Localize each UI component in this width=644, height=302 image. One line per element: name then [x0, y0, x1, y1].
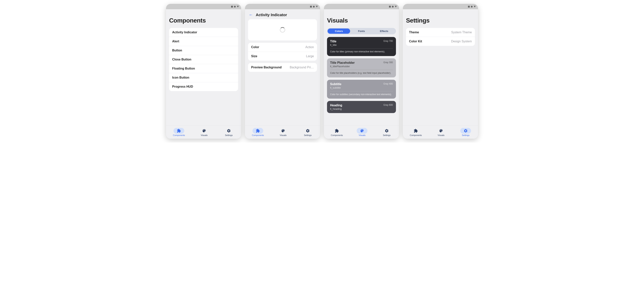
- color-name: Title: [330, 40, 337, 43]
- palette-icon: [439, 129, 443, 133]
- gear-icon: [306, 129, 310, 133]
- segment-control: Colors Fonts Effects: [327, 28, 396, 34]
- notch-icon: [234, 6, 236, 8]
- back-button[interactable]: ←: [249, 12, 253, 17]
- bottom-nav: Components Visuals Settings: [324, 125, 399, 139]
- gear-icon: [384, 129, 389, 133]
- color-tag: Gray 300: [384, 61, 393, 64]
- tab-label: Components: [410, 134, 422, 136]
- color-desc: Color for titles (primary non-interactiv…: [330, 50, 393, 53]
- list-item[interactable]: Icon Button: [169, 73, 238, 82]
- list-item[interactable]: Progress HUD: [169, 82, 238, 91]
- prop-size[interactable]: Size Large: [248, 52, 317, 61]
- color-desc: Color for title placeholders (e.g. text …: [330, 72, 393, 75]
- status-bar: [245, 4, 320, 9]
- color-tag: Gray 600: [384, 104, 393, 106]
- prop-preview-bg[interactable]: Preview Background Background Pri…: [248, 63, 317, 72]
- bottom-nav: Components Visuals Settings: [403, 125, 478, 139]
- settings-list: Theme System Theme Color Kit Design Syst…: [406, 28, 475, 46]
- tab-visuals[interactable]: Visuals: [436, 128, 446, 136]
- color-name: Subtitle: [330, 82, 342, 86]
- puzzle-icon: [177, 129, 181, 133]
- puzzle-icon: [256, 129, 260, 133]
- tab-components[interactable]: Components: [173, 128, 185, 136]
- tab-label: Components: [331, 134, 343, 136]
- list-item[interactable]: Close Button: [169, 55, 238, 64]
- tab-label: Settings: [462, 134, 470, 136]
- color-card-title-placeholder[interactable]: Title Placeholder lt_titlePlaceholder Gr…: [327, 58, 396, 78]
- tab-settings[interactable]: Settings: [302, 128, 313, 136]
- setting-color-kit[interactable]: Color Kit Design System: [406, 37, 475, 46]
- color-card-title[interactable]: Title lt_title Gray 700 Color for titles…: [327, 37, 396, 56]
- tab-components[interactable]: Components: [331, 128, 343, 136]
- prop-value: Large: [306, 54, 314, 58]
- status-bar: [403, 4, 478, 9]
- preview-bg-list: Preview Background Background Pri…: [248, 63, 317, 72]
- tab-label: Components: [173, 134, 185, 136]
- color-token: lt_subtitle: [330, 86, 342, 89]
- setting-label: Color Kit: [409, 40, 422, 43]
- signal-icon: [389, 6, 391, 8]
- color-name: Heading: [330, 104, 342, 107]
- signal-icon: [310, 6, 312, 8]
- dropdown-icon: [316, 6, 318, 8]
- list-item[interactable]: Button: [169, 46, 238, 55]
- screen-visuals: Visuals Colors Fonts Effects Title lt_ti…: [324, 4, 399, 139]
- palette-icon: [360, 129, 364, 133]
- tab-label: Settings: [383, 134, 390, 136]
- color-name: Title Placeholder: [330, 61, 355, 64]
- segment-fonts[interactable]: Fonts: [350, 28, 373, 34]
- tab-visuals[interactable]: Visuals: [278, 128, 288, 136]
- prop-label: Preview Background: [251, 66, 282, 69]
- color-card-subtitle[interactable]: Subtitle lt_subtitle Gray 400 Color for …: [327, 80, 396, 99]
- tab-label: Visuals: [438, 134, 444, 136]
- puzzle-icon: [414, 129, 418, 133]
- color-card-heading[interactable]: Heading lt_heading Gray 600: [327, 101, 396, 113]
- puzzle-icon: [335, 129, 339, 133]
- color-tag: Gray 700: [384, 40, 393, 42]
- tab-settings[interactable]: Settings: [460, 128, 471, 136]
- bottom-nav: Components Visuals Settings: [245, 125, 320, 139]
- setting-label: Theme: [409, 30, 419, 34]
- tab-label: Visuals: [359, 134, 366, 136]
- list-item[interactable]: Alert: [169, 37, 238, 46]
- screen-components: Components Activity Indicator Alert Butt…: [166, 4, 241, 139]
- setting-theme[interactable]: Theme System Theme: [406, 28, 475, 37]
- list-item[interactable]: Floating Button: [169, 64, 238, 73]
- page-title: Components: [169, 17, 238, 24]
- segment-colors[interactable]: Colors: [328, 28, 350, 34]
- tab-visuals[interactable]: Visuals: [357, 128, 368, 136]
- preview-area: [248, 19, 317, 40]
- color-tag: Gray 400: [384, 82, 393, 85]
- tab-label: Settings: [304, 134, 312, 136]
- status-bar: [324, 4, 399, 9]
- color-token: lt_title: [330, 44, 337, 46]
- tab-settings[interactable]: Settings: [381, 128, 392, 136]
- dropdown-icon: [395, 6, 397, 8]
- color-token: lt_heading: [330, 108, 342, 110]
- status-bar: [166, 4, 241, 9]
- detail-title: Activity Indicator: [256, 13, 287, 17]
- tab-label: Components: [252, 134, 264, 136]
- signal-icon: [468, 6, 470, 8]
- prop-color[interactable]: Color Action: [248, 43, 317, 52]
- color-desc: Color for subtitles (secondary non-inter…: [330, 93, 393, 96]
- gear-icon: [464, 129, 468, 133]
- spinner-icon: [280, 27, 285, 32]
- tab-settings[interactable]: Settings: [224, 128, 234, 136]
- tab-components[interactable]: Components: [252, 128, 264, 136]
- prop-label: Size: [251, 54, 257, 58]
- components-list: Activity Indicator Alert Button Close Bu…: [169, 28, 238, 91]
- prop-value: Background Pri…: [290, 66, 314, 69]
- list-item[interactable]: Activity Indicator: [169, 28, 238, 37]
- segment-effects[interactable]: Effects: [373, 28, 395, 34]
- tab-label: Visuals: [201, 134, 208, 136]
- tab-components[interactable]: Components: [410, 128, 422, 136]
- bottom-nav: Components Visuals Settings: [166, 125, 241, 139]
- tab-visuals[interactable]: Visuals: [199, 128, 210, 136]
- notch-icon: [313, 6, 315, 8]
- signal-icon: [231, 6, 233, 8]
- screen-settings: Settings Theme System Theme Color Kit De…: [403, 4, 478, 139]
- page-title: Settings: [406, 17, 475, 24]
- tab-label: Visuals: [280, 134, 286, 136]
